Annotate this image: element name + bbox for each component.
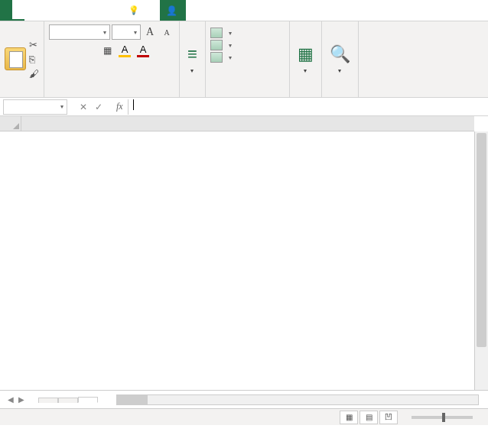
vertical-scrollbar[interactable] xyxy=(474,131,488,390)
table-icon xyxy=(210,40,223,50)
sheet-tab-bar: ◀▶ xyxy=(0,390,488,408)
group-styles: ▾ ▾ ▾ xyxy=(206,21,290,97)
cells-area[interactable] xyxy=(21,131,474,390)
tab-file[interactable] xyxy=(0,0,12,21)
fill-color-button[interactable]: A xyxy=(116,44,133,57)
lightbulb-icon: 💡 xyxy=(129,5,139,15)
group-clipboard: ✂ ⎘ 🖌 xyxy=(0,21,44,97)
formula-input[interactable] xyxy=(129,99,488,115)
phonetic-button[interactable] xyxy=(153,43,168,58)
tab-layout[interactable] xyxy=(49,0,61,21)
status-bar: ▦ ▤ 凹 xyxy=(0,408,488,425)
view-layout-button[interactable]: ▤ xyxy=(359,411,378,424)
sheet-tab-3[interactable] xyxy=(38,398,58,403)
font-name-combo[interactable]: ▾ xyxy=(49,24,110,40)
underline-button[interactable] xyxy=(83,43,98,58)
find-icon: 🔍 xyxy=(330,44,350,64)
increase-font-icon[interactable]: A xyxy=(142,24,158,40)
select-all-corner[interactable] xyxy=(0,116,21,131)
tab-formula[interactable] xyxy=(61,0,73,21)
group-edit: 🔍 ▾ xyxy=(322,21,359,97)
styles-label xyxy=(210,94,285,96)
group-cells: ▦ ▾ xyxy=(290,21,322,97)
tab-insert[interactable] xyxy=(37,0,49,21)
border-button[interactable]: ▦ xyxy=(99,43,115,58)
tell-me[interactable]: 💡 xyxy=(122,0,148,21)
share-button[interactable]: 👤 xyxy=(160,0,186,21)
font-color-button[interactable]: A xyxy=(135,44,151,57)
group-font: ▾ ▾ A A ▦ A A xyxy=(44,21,180,97)
tab-tools[interactable] xyxy=(24,0,37,21)
cells-icon: ▦ xyxy=(298,44,314,64)
view-pagebreak-button[interactable]: 凹 xyxy=(379,411,398,424)
cell-style-button[interactable]: ▾ xyxy=(210,52,232,63)
tab-view[interactable] xyxy=(98,0,110,21)
italic-button[interactable] xyxy=(66,43,81,58)
copy-icon[interactable]: ⎘ xyxy=(29,54,39,65)
sheet-tab-4[interactable] xyxy=(58,398,78,403)
enter-icon[interactable]: ✓ xyxy=(95,102,102,112)
horizontal-scrollbar[interactable] xyxy=(116,394,479,405)
share-icon: 👤 xyxy=(166,5,177,16)
tab-review[interactable] xyxy=(86,0,98,21)
paste-icon xyxy=(5,47,26,70)
bold-button[interactable] xyxy=(49,43,64,58)
format-painter-icon[interactable]: 🖌 xyxy=(29,68,39,80)
fx-icon[interactable]: fx xyxy=(112,99,129,115)
spreadsheet-grid xyxy=(0,116,488,390)
decrease-font-icon[interactable]: A xyxy=(159,24,174,40)
view-normal-button[interactable]: ▦ xyxy=(340,411,358,424)
conditional-format-button[interactable]: ▾ xyxy=(210,28,232,38)
name-box[interactable]: ▾ xyxy=(3,99,67,115)
font-label xyxy=(49,94,174,96)
cancel-icon[interactable]: ✕ xyxy=(80,102,87,112)
sheet-tab-5[interactable] xyxy=(78,397,98,403)
ribbon: ✂ ⎘ 🖌 ▾ ▾ A A ▦ A A xyxy=(0,21,488,98)
align-button[interactable]: ≡ ▾ xyxy=(184,41,200,77)
cellstyle-icon xyxy=(210,52,223,63)
sheet-nav[interactable]: ◀▶ xyxy=(3,395,29,404)
tab-pivot[interactable] xyxy=(110,0,122,21)
paste-button[interactable] xyxy=(5,47,26,72)
zoom-slider[interactable] xyxy=(412,416,473,419)
tab-home[interactable] xyxy=(12,0,24,21)
ribbon-tabs: 💡 👤 xyxy=(0,0,488,21)
font-size-combo[interactable]: ▾ xyxy=(112,24,141,40)
cut-icon[interactable]: ✂ xyxy=(29,39,39,50)
clipboard-label xyxy=(5,94,39,96)
login-button[interactable] xyxy=(148,0,160,21)
group-align: ≡ ▾ xyxy=(180,21,206,97)
nav-next-icon[interactable]: ▶ xyxy=(18,395,24,404)
table-format-button[interactable]: ▾ xyxy=(210,40,232,50)
edit-button[interactable]: 🔍 ▾ xyxy=(327,41,353,77)
column-headers xyxy=(21,116,474,131)
align-icon: ≡ xyxy=(187,44,197,64)
conditional-icon xyxy=(210,28,223,38)
formula-bar: ▾ ✕ ✓ fx xyxy=(0,98,488,116)
tab-data[interactable] xyxy=(73,0,86,21)
scroll-thumb[interactable] xyxy=(477,133,486,347)
cells-button[interactable]: ▦ ▾ xyxy=(294,41,317,77)
nav-prev-icon[interactable]: ◀ xyxy=(8,395,14,404)
